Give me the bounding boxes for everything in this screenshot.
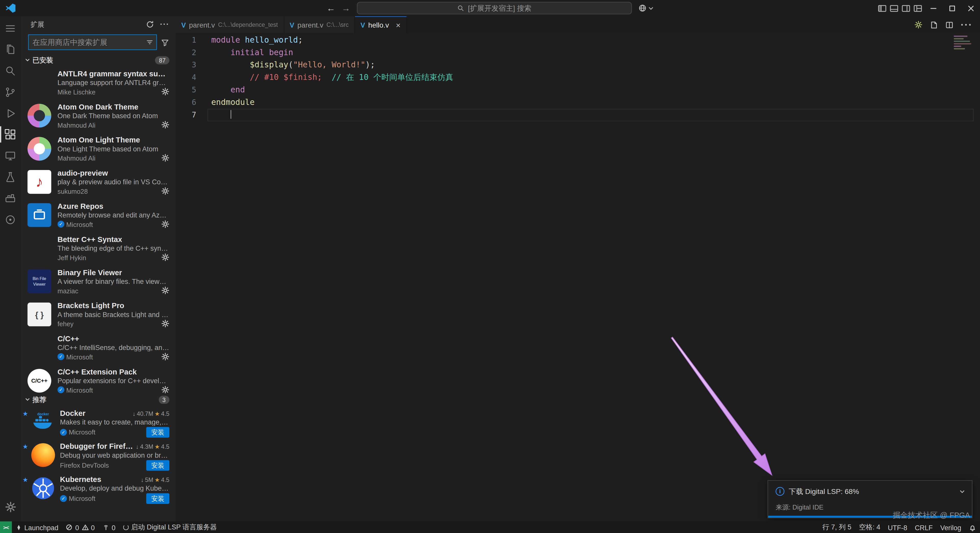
toggle-primary-sidebar-icon[interactable] <box>876 0 888 16</box>
tab-parent-v-src[interactable]: V parent.v C:\...\src <box>284 16 355 33</box>
maximize-button[interactable] <box>942 0 961 16</box>
minimap[interactable] <box>954 36 971 49</box>
install-button[interactable]: 安装 <box>146 460 169 470</box>
remote-indicator[interactable]: >< <box>0 521 12 533</box>
extension-item[interactable]: C/C++C/C++ IntelliSense, debugging, and … <box>21 331 176 364</box>
extension-description: A theme basic Brackets Light and more be… <box>57 311 169 318</box>
manage-extension-gear-icon[interactable] <box>161 386 169 393</box>
extension-item[interactable]: C/C++C/C++ Extension PackPopular extensi… <box>21 364 176 393</box>
rating-star-icon: ★ <box>155 443 160 450</box>
installed-extensions-list: ANTLR4 grammar syntax supportLanguage su… <box>21 66 176 393</box>
extension-description: One Light Theme based on Atom <box>57 145 169 153</box>
code-line[interactable]: 5 end <box>176 84 980 96</box>
extension-item[interactable]: Bin FileViewerBinary File ViewerA viewer… <box>21 265 176 298</box>
extension-description: C/C++ IntelliSense, debugging, and code … <box>57 344 169 351</box>
install-button[interactable]: 安装 <box>146 427 169 437</box>
verified-publisher-icon: ✓ <box>57 386 64 393</box>
code-line[interactable]: 7 <box>176 109 980 121</box>
installed-section-header[interactable]: 已安装 87 <box>21 54 176 66</box>
code-lines: 1module hello_world;2 initial begin3 $di… <box>176 34 980 121</box>
code-line[interactable]: 6endmodule <box>176 96 980 109</box>
manage-extension-gear-icon[interactable] <box>161 187 169 195</box>
eol-item[interactable]: CRLF <box>911 521 937 533</box>
extension-name: Azure Repos <box>57 202 103 211</box>
manage-extension-gear-icon[interactable] <box>161 121 169 129</box>
extension-item[interactable]: ANTLR4 grammar syntax supportLanguage su… <box>21 66 176 100</box>
command-center-search[interactable]: [扩展开发宿主] 搜索 <box>356 2 632 14</box>
extension-item[interactable]: ★dockerDocker↓40.7M ★4.5Makes it easy to… <box>21 406 176 439</box>
extension-item[interactable]: ★Debugger for Firefox↓4.3M ★4.5Debug you… <box>21 439 176 472</box>
launchpad-item[interactable]: Launchpad <box>12 521 62 533</box>
filter-list-icon[interactable] <box>146 38 154 46</box>
code-line[interactable]: 1module hello_world; <box>176 34 980 46</box>
extensions-icon[interactable] <box>0 124 21 145</box>
testing-icon[interactable] <box>0 166 21 187</box>
digital-ide-action-icon[interactable] <box>915 21 923 29</box>
source-control-icon[interactable] <box>0 81 21 102</box>
manage-extension-gear-icon[interactable] <box>161 353 169 361</box>
extension-item[interactable]: Atom One Dark ThemeOne Dark Theme based … <box>21 99 176 132</box>
split-editor-icon[interactable] <box>945 21 954 29</box>
browser-profile-icon[interactable] <box>638 4 653 13</box>
extension-description: One Dark Theme based on Atom <box>57 112 169 119</box>
chevron-down-icon <box>648 5 653 11</box>
tab-hello-v[interactable]: V hello.v × <box>355 16 407 33</box>
recommended-section-header[interactable]: 推荐 3 <box>21 393 176 406</box>
problems-item[interactable]: 0 0 <box>62 521 99 533</box>
back-button[interactable]: ← <box>327 3 335 13</box>
ports-item[interactable]: 0 <box>99 521 119 533</box>
refresh-icon[interactable] <box>146 20 154 29</box>
more-actions-icon[interactable]: ··· <box>160 20 169 29</box>
extension-name: Atom One Dark Theme <box>57 103 138 111</box>
extension-item[interactable]: Azure ReposRemotely browse and edit any … <box>21 199 176 232</box>
code-line[interactable]: 4 // #10 $finish; // 在 10 个时间单位后结束仿真 <box>176 71 980 84</box>
explorer-icon[interactable] <box>0 39 21 60</box>
code-line[interactable]: 3 $display("Hello, World!"); <box>176 59 980 71</box>
extension-item[interactable]: ♪audio-previewplay & preview audio file … <box>21 165 176 199</box>
chevron-down-icon[interactable] <box>959 488 966 495</box>
downloads-icon: ↓ <box>136 443 139 450</box>
extension-item[interactable]: Atom One Light ThemeOne Light Theme base… <box>21 132 176 165</box>
manage-extension-gear-icon[interactable] <box>161 88 169 96</box>
extension-publisher: maziac <box>57 287 78 294</box>
more-actions-icon[interactable]: ··· <box>961 19 972 30</box>
customize-layout-icon[interactable] <box>912 0 924 16</box>
extension-item[interactable]: { }Brackets Light ProA theme basic Brack… <box>21 298 176 331</box>
search-icon[interactable] <box>0 60 21 81</box>
manage-extension-gear-icon[interactable] <box>161 220 169 228</box>
line-number: 3 <box>176 59 206 71</box>
manage-extension-gear-icon[interactable] <box>161 154 169 162</box>
digital-ide-icon[interactable] <box>0 209 21 230</box>
manage-extension-gear-icon[interactable] <box>161 319 169 328</box>
close-button[interactable] <box>961 0 980 16</box>
manage-extension-gear-icon[interactable] <box>161 253 169 261</box>
settings-gear-icon[interactable] <box>0 496 21 517</box>
minimize-button[interactable] <box>924 0 942 16</box>
lsp-status-item[interactable]: 启动 Digital LSP 语言服务器 <box>119 521 221 533</box>
open-changes-icon[interactable] <box>929 21 938 29</box>
close-tab-icon[interactable]: × <box>396 21 401 30</box>
cursor-position-item[interactable]: 行 7, 列 5 <box>819 521 855 533</box>
extensions-search-box[interactable] <box>28 35 157 50</box>
toggle-secondary-sidebar-icon[interactable] <box>900 0 912 16</box>
extension-name: Kubernetes <box>60 475 101 484</box>
notifications-bell-icon[interactable] <box>965 521 980 533</box>
install-button[interactable]: 安装 <box>146 493 169 503</box>
menu-icon[interactable] <box>0 18 21 39</box>
indentation-item[interactable]: 空格: 4 <box>855 521 884 533</box>
remote-explorer-icon[interactable] <box>0 145 21 166</box>
code-line[interactable]: 2 initial begin <box>176 46 980 59</box>
forward-button[interactable]: → <box>342 3 350 13</box>
extension-item[interactable]: ★Kubernetes↓5M ★4.5Develop, deploy and d… <box>21 472 176 505</box>
manage-extension-gear-icon[interactable] <box>161 286 169 294</box>
extension-item[interactable]: Better C++ SyntaxThe bleeding edge of th… <box>21 232 176 265</box>
encoding-item[interactable]: UTF-8 <box>884 521 911 533</box>
tab-parent-v-dependence[interactable]: V parent.v C:\...\dependence_test <box>176 16 284 33</box>
filter-icon[interactable] <box>159 37 170 48</box>
language-mode-item[interactable]: Verilog <box>936 521 965 533</box>
containers-icon[interactable] <box>0 188 21 209</box>
run-debug-icon[interactable] <box>0 103 21 124</box>
toggle-panel-icon[interactable] <box>888 0 900 16</box>
code-editor[interactable]: 1module hello_world;2 initial begin3 $di… <box>176 33 980 522</box>
extensions-search-input[interactable] <box>32 38 145 46</box>
